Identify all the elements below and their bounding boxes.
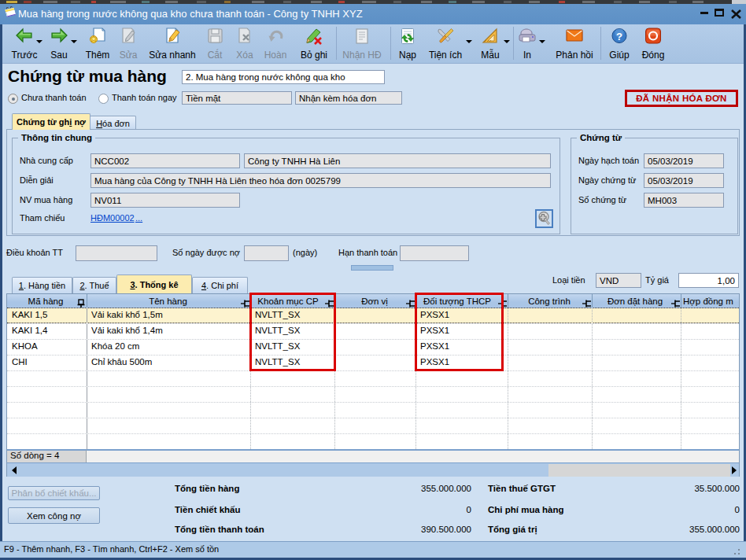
svg-text:?: ? xyxy=(616,31,622,42)
